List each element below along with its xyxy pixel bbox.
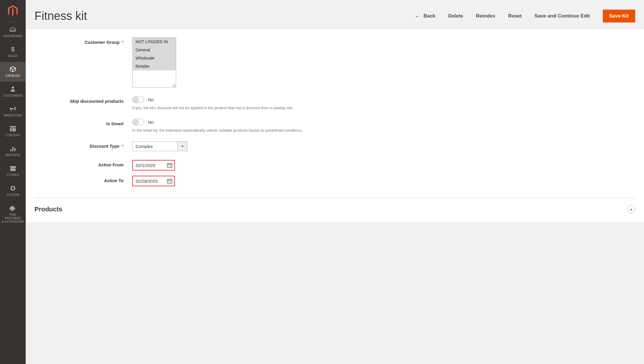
- gauge-icon: [9, 26, 16, 33]
- sidebar-item-reports[interactable]: REPORTS: [0, 141, 26, 161]
- customer-group-option[interactable]: NOT LOGGED IN: [133, 38, 176, 46]
- skip-discounted-toggle[interactable]: [132, 96, 144, 103]
- skip-discounted-value: No: [148, 97, 154, 102]
- field-customer-group: Customer Group NOT LOGGED IN General Who…: [34, 37, 635, 88]
- sidebar-item-find-partners[interactable]: FIND PARTNERS & EXTENSIONS: [0, 201, 26, 228]
- field-active-to: Active To 02/28/2025: [34, 176, 635, 186]
- save-continue-label: Save and Continue Edit: [534, 13, 590, 19]
- bar-chart-icon: [10, 145, 16, 152]
- back-label: Back: [423, 13, 435, 19]
- chevron-down-icon: [177, 142, 187, 151]
- layout-icon: [10, 125, 16, 133]
- sidebar-item-catalog[interactable]: CATALOG: [0, 62, 26, 82]
- reindex-button[interactable]: Reindex: [476, 13, 495, 19]
- sidebar-item-customers[interactable]: CUSTOMERS: [0, 82, 26, 102]
- back-button[interactable]: ← Back: [415, 13, 435, 19]
- page-header: Fitness kit ← Back Delete Reindex Reset …: [26, 0, 644, 29]
- section-products-title: Products: [34, 205, 62, 213]
- active-from-input[interactable]: 02/1/2025: [132, 160, 175, 170]
- person-icon: [10, 85, 15, 93]
- storefront-icon: [9, 165, 16, 172]
- admin-sidebar: DASHBOARD $ SALES CATALOG CUSTOMERS MARK…: [0, 0, 26, 364]
- reset-label: Reset: [508, 13, 522, 19]
- magento-logo[interactable]: [0, 0, 26, 22]
- field-skip-discounted: Skip discounted products No If yes, the …: [34, 96, 635, 110]
- is-smart-value: No: [148, 120, 154, 125]
- customer-group-label: Customer Group: [34, 37, 132, 45]
- sidebar-label: DASHBOARD: [3, 34, 22, 38]
- calendar-icon[interactable]: [165, 176, 174, 186]
- active-to-label: Active To: [34, 176, 132, 183]
- is-smart-toggle[interactable]: [132, 119, 144, 125]
- sidebar-item-content[interactable]: CONTENT: [0, 121, 26, 141]
- calendar-icon[interactable]: [165, 161, 174, 170]
- dollar-icon: $: [11, 46, 15, 53]
- field-active-from: Active From 02/1/2025: [34, 160, 635, 170]
- reset-button[interactable]: Reset: [508, 13, 522, 19]
- sidebar-item-stores[interactable]: STORES: [0, 161, 26, 181]
- sidebar-label: FIND PARTNERS & EXTENSIONS: [1, 213, 25, 224]
- reindex-label: Reindex: [476, 13, 495, 19]
- sidebar-label: MARKETING: [4, 114, 22, 117]
- field-discount-type: Discount Type Complex: [34, 141, 635, 151]
- customer-group-option[interactable]: Wholesale: [133, 54, 176, 62]
- sidebar-label: CATALOG: [6, 74, 20, 78]
- customer-group-multiselect[interactable]: NOT LOGGED IN General Wholesale Retailer: [132, 37, 176, 88]
- customer-group-option[interactable]: General: [133, 46, 176, 54]
- discount-type-select[interactable]: Complex: [132, 141, 188, 151]
- save-kit-label: Save Kit: [609, 13, 629, 19]
- sidebar-label: SALES: [8, 54, 18, 58]
- is-smart-note: In the smart kit, the extension automati…: [132, 128, 635, 133]
- collapse-toggle-icon[interactable]: [627, 205, 635, 213]
- sidebar-label: STORES: [7, 173, 19, 177]
- active-to-input[interactable]: 02/28/2025: [132, 176, 175, 186]
- form-body: Customer Group NOT LOGGED IN General Who…: [26, 29, 644, 222]
- sidebar-item-system[interactable]: SYSTEM: [0, 181, 26, 201]
- arrow-left-icon: ←: [415, 13, 421, 19]
- customer-group-option[interactable]: Retailer: [133, 62, 176, 70]
- discount-type-value: Complex: [133, 142, 177, 151]
- active-from-label: Active From: [34, 160, 132, 167]
- skip-discounted-label: Skip discounted products: [34, 96, 132, 104]
- sidebar-label: CONTENT: [6, 134, 20, 137]
- sidebar-label: SYSTEM: [7, 193, 19, 197]
- svg-text:$: $: [11, 46, 15, 53]
- active-from-value: 02/1/2025: [133, 161, 165, 170]
- field-is-smart: Is Smart No In the smart kit, the extens…: [34, 119, 635, 133]
- puzzle-icon: [9, 204, 16, 212]
- megaphone-icon: [9, 105, 16, 113]
- section-products-header[interactable]: Products: [34, 198, 635, 222]
- discount-type-label: Discount Type: [34, 141, 132, 149]
- page-actions: ← Back Delete Reindex Reset Save and Con…: [415, 10, 635, 22]
- sidebar-item-sales[interactable]: $ SALES: [0, 42, 26, 62]
- sidebar-item-marketing[interactable]: MARKETING: [0, 102, 26, 121]
- page-title: Fitness kit: [34, 9, 87, 22]
- main-content: Fitness kit ← Back Delete Reindex Reset …: [26, 0, 644, 364]
- sidebar-label: REPORTS: [6, 154, 20, 157]
- box-icon: [9, 65, 16, 73]
- is-smart-label: Is Smart: [34, 119, 132, 126]
- active-to-value: 02/28/2025: [133, 176, 165, 186]
- sidebar-item-dashboard[interactable]: DASHBOARD: [0, 22, 26, 42]
- gear-icon: [10, 184, 16, 192]
- skip-discounted-note: If yes, the kit's discount will not be a…: [132, 106, 635, 110]
- sidebar-label: CUSTOMERS: [3, 94, 22, 97]
- save-continue-button[interactable]: Save and Continue Edit: [534, 13, 590, 19]
- delete-button[interactable]: Delete: [448, 13, 463, 19]
- delete-label: Delete: [448, 13, 463, 19]
- save-kit-button[interactable]: Save Kit: [603, 10, 635, 22]
